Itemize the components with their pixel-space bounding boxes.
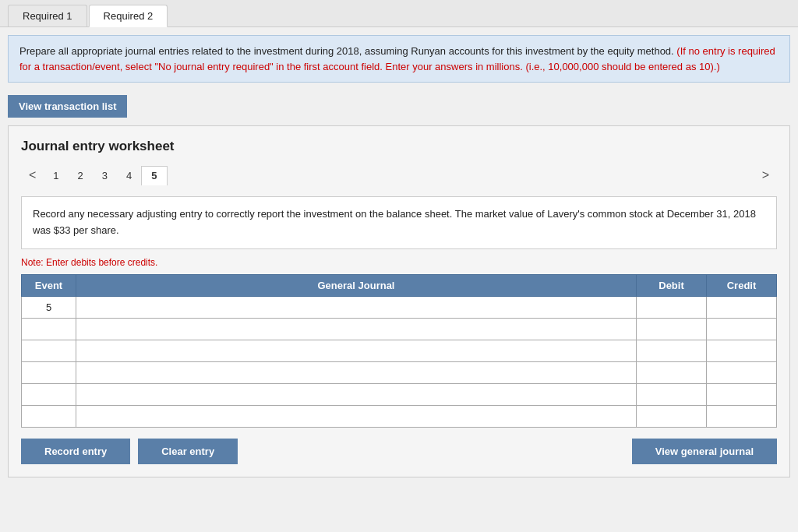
journal-cell[interactable] [76,361,637,383]
credit-input[interactable] [707,406,776,427]
page-2[interactable]: 2 [69,167,93,185]
event-cell [22,318,76,340]
debit-cell[interactable] [637,296,707,318]
description-box: Record any necessary adjusting entry to … [21,196,777,249]
credit-cell[interactable] [707,296,777,318]
event-cell: 5 [22,296,76,318]
view-general-journal-button[interactable]: View general journal [632,439,777,464]
debit-input[interactable] [637,319,706,340]
journal-input[interactable] [76,319,636,340]
event-cell [22,383,76,405]
col-header-credit: Credit [707,274,777,296]
event-cell [22,340,76,361]
credit-input[interactable] [707,340,776,361]
record-entry-button[interactable]: Record entry [21,439,130,464]
tab-bar: Required 1 Required 2 [0,0,798,27]
page-5[interactable]: 5 [141,166,167,185]
worksheet-title: Journal entry worksheet [21,139,777,154]
debit-input[interactable] [637,384,706,405]
journal-input[interactable] [76,362,636,383]
clear-entry-button[interactable]: Clear entry [138,439,238,464]
tab-required1[interactable]: Required 1 [8,5,87,26]
worksheet-card: Journal entry worksheet < 1 2 3 4 5 > Re… [8,125,790,477]
table-row: 5 [22,296,777,318]
debit-credit-note: Note: Enter debits before credits. [21,257,777,268]
credit-cell[interactable] [707,383,777,405]
debit-input[interactable] [637,406,706,427]
journal-cell[interactable] [76,340,637,361]
table-row [22,340,777,361]
next-page-arrow[interactable]: > [754,165,777,185]
journal-cell[interactable] [76,383,637,405]
credit-input[interactable] [707,384,776,405]
debit-input[interactable] [637,362,706,383]
page-3[interactable]: 3 [93,167,117,185]
credit-cell[interactable] [707,340,777,361]
event-cell [22,405,76,427]
table-row [22,318,777,340]
instructions-main-text: Prepare all appropriate journal entries … [19,45,674,57]
pagination: < 1 2 3 4 5 > [21,165,777,185]
journal-input[interactable] [76,384,636,405]
debit-cell[interactable] [637,361,707,383]
debit-input[interactable] [637,340,706,361]
journal-cell[interactable] [76,318,637,340]
debit-input[interactable] [637,297,706,318]
tab-required2[interactable]: Required 2 [89,5,168,27]
prev-page-arrow[interactable]: < [21,165,44,185]
page-1[interactable]: 1 [44,167,68,185]
table-row [22,361,777,383]
credit-cell[interactable] [707,361,777,383]
col-header-journal: General Journal [76,274,637,296]
journal-table: Event General Journal Debit Credit 5 [21,274,777,428]
debit-cell[interactable] [637,318,707,340]
table-row [22,383,777,405]
view-transaction-list-button[interactable]: View transaction list [8,95,127,118]
credit-cell[interactable] [707,405,777,427]
event-cell [22,361,76,383]
credit-cell[interactable] [707,318,777,340]
page-4[interactable]: 4 [117,167,141,185]
journal-input[interactable] [76,297,636,318]
journal-input[interactable] [76,406,636,427]
instructions-box: Prepare all appropriate journal entries … [8,35,790,83]
debit-cell[interactable] [637,340,707,361]
journal-cell[interactable] [76,405,637,427]
debit-cell[interactable] [637,383,707,405]
journal-input[interactable] [76,340,636,361]
journal-cell[interactable] [76,296,637,318]
table-row [22,405,777,427]
debit-cell[interactable] [637,405,707,427]
credit-input[interactable] [707,362,776,383]
credit-input[interactable] [707,319,776,340]
credit-input[interactable] [707,297,776,318]
bottom-buttons: Record entry Clear entry View general jo… [21,439,777,464]
col-header-event: Event [22,274,76,296]
col-header-debit: Debit [637,274,707,296]
